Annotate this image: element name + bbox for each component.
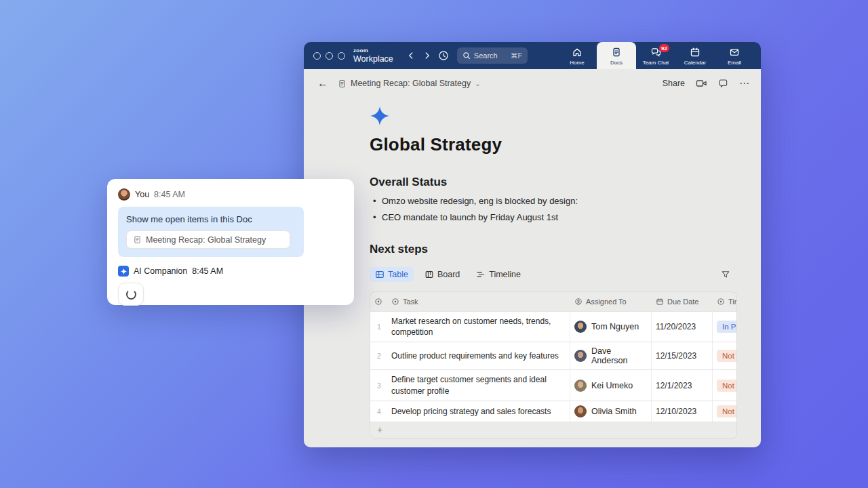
back-nav-icon[interactable] <box>403 47 419 64</box>
email-icon <box>729 47 740 58</box>
column-header-label: Timeline <box>728 298 737 306</box>
avatar <box>574 350 587 362</box>
close-window-icon[interactable] <box>313 52 321 60</box>
assignee-name: Dave Anderson <box>591 346 647 365</box>
table-header-row: Task Assigned To Due Date Timeline <box>370 292 736 311</box>
view-tab-table[interactable]: Table <box>370 267 414 282</box>
status-badge: Not Started <box>717 405 737 418</box>
doc-reference-chip[interactable]: Meeting Recap: Global Strategy <box>126 230 290 249</box>
forward-nav-icon[interactable] <box>419 47 435 64</box>
nav-tab-label: Calendar <box>684 60 706 66</box>
assignee-name: Olivia Smith <box>591 407 637 416</box>
section-heading-next-steps: Next steps <box>370 243 737 256</box>
status-badge: In Progress <box>717 321 737 333</box>
due-date-cell[interactable]: 12/1/2023 <box>652 370 713 400</box>
filter-icon[interactable] <box>721 270 730 279</box>
user-message-header: You 8:45 AM <box>118 188 343 201</box>
video-call-icon[interactable] <box>696 79 707 88</box>
tasks-table: Task Assigned To Due Date Timeline <box>370 291 737 439</box>
comments-icon[interactable] <box>718 79 728 88</box>
home-icon <box>572 47 583 58</box>
history-icon[interactable] <box>435 47 452 64</box>
table-row[interactable]: 2 Outline product requirements and key f… <box>370 342 736 369</box>
view-tab-timeline[interactable]: Timeline <box>471 267 526 282</box>
assignee-cell[interactable]: Kei Umeko <box>570 370 652 400</box>
assignee-name: Kei Umeko <box>591 381 633 390</box>
clock-icon <box>717 298 725 306</box>
row-number: 3 <box>370 370 387 400</box>
bullet-item: CEO mandate to launch by Friday August 1… <box>370 212 737 222</box>
nav-tab-team-chat[interactable]: 92 Team Chat <box>636 42 675 69</box>
calendar-icon <box>656 298 664 306</box>
nav-tab-docs[interactable]: Docs <box>597 42 636 69</box>
loading-spinner-icon <box>126 289 136 300</box>
column-header-timeline[interactable]: Timeline <box>713 292 737 311</box>
unread-count-badge: 92 <box>659 44 669 52</box>
column-header-label: Assigned To <box>586 298 627 306</box>
status-cell[interactable]: Not Started <box>713 342 737 369</box>
table-row[interactable]: 4 Develop pricing strategy and sales for… <box>370 401 736 422</box>
view-tab-board[interactable]: Board <box>419 267 465 282</box>
column-header-due-date[interactable]: Due Date <box>652 292 713 311</box>
row-number: 4 <box>370 401 387 422</box>
search-input[interactable]: Search ⌘F <box>457 47 528 64</box>
task-cell[interactable]: Develop pricing strategy and sales forec… <box>387 401 570 422</box>
column-header-task[interactable]: Task <box>387 292 570 311</box>
logo-workplace-text: Workplace <box>353 55 393 64</box>
doc-header: ← Meeting Recap: Global Strategy ⌄ Share… <box>304 69 761 98</box>
ai-message-header: AI Companion 8:45 AM <box>118 266 343 277</box>
calendar-icon <box>690 47 701 58</box>
status-cell[interactable]: Not Started <box>713 370 737 400</box>
user-message-bubble: Show me open items in this Doc Meeting R… <box>118 207 304 257</box>
status-cell[interactable]: In Progress <box>713 312 737 342</box>
main-nav: Home Docs 92 Team Chat Calendar Email <box>557 42 754 69</box>
view-tab-label: Board <box>437 270 460 279</box>
task-cell[interactable]: Define target customer segments and idea… <box>387 370 570 400</box>
doc-chip-label: Meeting Recap: Global Strategy <box>146 235 266 245</box>
search-icon <box>462 52 471 60</box>
user-name: You <box>135 190 149 199</box>
column-header-assigned[interactable]: Assigned To <box>570 292 652 311</box>
share-button[interactable]: Share <box>663 79 685 88</box>
logo-zoom-text: zoom <box>353 48 393 54</box>
assignee-cell[interactable]: Tom Nguyen <box>570 312 652 342</box>
minimize-window-icon[interactable] <box>326 52 333 60</box>
add-row-button[interactable]: + <box>370 422 737 438</box>
nav-tab-label: Email <box>728 60 741 66</box>
nav-tab-calendar[interactable]: Calendar <box>675 42 715 69</box>
back-button[interactable]: ← <box>315 75 331 92</box>
status-bullet-list: Omzo website redesign, eng is blocked by… <box>370 196 737 222</box>
doc-title-dropdown[interactable]: Meeting Recap: Global Strategy ⌄ <box>338 79 481 88</box>
due-date-cell[interactable]: 11/20/2023 <box>652 312 713 342</box>
assignee-name: Tom Nguyen <box>591 322 639 331</box>
view-switcher: Table Board Timeline <box>370 267 737 282</box>
person-icon <box>574 298 583 306</box>
ai-response-loading-card <box>118 283 144 306</box>
table-row[interactable]: 3 Define target customer segments and id… <box>370 369 736 400</box>
nav-tab-label: Team Chat <box>643 60 669 66</box>
maximize-window-icon[interactable] <box>338 52 345 60</box>
status-badge: Not Started <box>717 380 737 392</box>
timeline-view-icon <box>476 270 486 279</box>
due-date-cell[interactable]: 12/10/2023 <box>652 401 713 422</box>
user-avatar <box>118 188 130 201</box>
row-number: 1 <box>370 312 387 342</box>
assignee-cell[interactable]: Dave Anderson <box>570 342 652 369</box>
avatar <box>574 380 587 392</box>
status-cell[interactable]: Not Started <box>713 401 737 422</box>
column-header-label: Task <box>403 298 418 306</box>
due-date-cell[interactable]: 12/15/2023 <box>652 342 713 369</box>
nav-tab-email[interactable]: Email <box>715 42 754 69</box>
more-options-icon[interactable]: ⋯ <box>739 77 750 89</box>
titlebar: zoom Workplace Search ⌘F Home Docs <box>304 42 761 69</box>
view-tab-label: Timeline <box>489 270 521 279</box>
nav-tab-home[interactable]: Home <box>557 42 597 69</box>
zoom-workplace-window: zoom Workplace Search ⌘F Home Docs <box>304 42 761 447</box>
assignee-cell[interactable]: Olivia Smith <box>570 401 652 422</box>
page-title: Global Strategy <box>370 134 737 155</box>
chevron-down-icon: ⌄ <box>475 80 480 87</box>
task-cell[interactable]: Outline product requirements and key fea… <box>387 342 570 369</box>
status-badge: Not Started <box>717 350 737 362</box>
task-cell[interactable]: Market research on customer needs, trend… <box>387 312 570 342</box>
table-row[interactable]: 1 Market research on customer needs, tre… <box>370 311 736 342</box>
